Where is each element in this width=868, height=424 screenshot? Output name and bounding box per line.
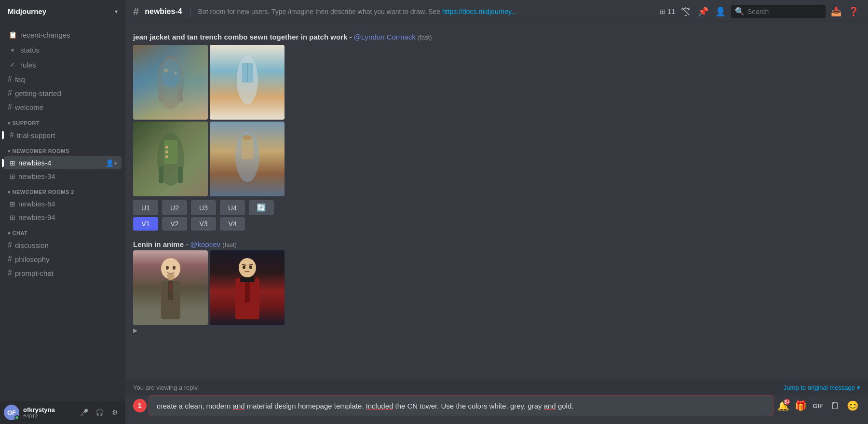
sidebar-item-newbies-94[interactable]: ⊞ newbies-94 (4, 211, 122, 224)
image-grid-lenin (133, 250, 285, 325)
variation-3-button[interactable]: V3 (191, 217, 216, 231)
hash-icon: # (8, 75, 12, 83)
topic-link[interactable]: https://docs.midjourney... (442, 8, 517, 15)
upscale-4-button[interactable]: U4 (220, 200, 245, 215)
emoji-button[interactable]: 😊 (845, 398, 860, 413)
image-jean-4[interactable] (210, 122, 285, 196)
sidebar-item-prompt-chat[interactable]: # prompt-chat (4, 266, 122, 280)
status-icon: ● (8, 45, 17, 55)
member-count-value: 11 (667, 8, 675, 15)
sidebar-item-getting-started[interactable]: # getting-started (4, 86, 122, 100)
variation-2-button[interactable]: V2 (162, 217, 187, 231)
sidebar-item-label: newbies-34 (18, 172, 55, 180)
action-buttons-row2: V1 V2 V3 V4 (133, 217, 860, 231)
user-area: OF ofkrystyna #4812 🎤 🎧 ⚙ (0, 401, 125, 424)
hash-icon: # (8, 103, 12, 111)
refresh-icon: 🔄 (257, 204, 266, 212)
reply-status-text: You are viewing a reply. (133, 384, 199, 391)
image-lenin-2[interactable] (210, 250, 285, 325)
chat-area: jean jacket and tan trench combo sewn to… (125, 23, 868, 380)
help-button[interactable]: ❓ (847, 5, 860, 18)
sidebar-item-label: newbies-4 (18, 159, 51, 167)
user-tag: #4812 (23, 413, 77, 419)
section-label-newcomer-rooms-2[interactable]: ▾ NEWCOMER ROOMS 2 (4, 189, 122, 197)
sidebar-item-rules[interactable]: ✓ rules (4, 57, 122, 72)
reply-number-badge: 1 (133, 399, 147, 412)
sidebar-item-label: recent-changes (20, 31, 70, 39)
image-jean-2[interactable] (210, 45, 285, 120)
notification-mute-button[interactable] (679, 5, 692, 18)
members-icon: ⊞ (660, 8, 665, 15)
hash-icon: # (8, 269, 12, 277)
server-header[interactable]: Midjourney ▾ (0, 0, 125, 23)
svg-point-20 (166, 266, 169, 270)
image-jean-1[interactable] (133, 45, 208, 120)
search-input[interactable] (747, 8, 822, 15)
section-label-support[interactable]: ▾ SUPPORT (4, 120, 122, 128)
image-lenin-1[interactable] (133, 250, 208, 325)
sidebar-item-philosophy[interactable]: # philosophy (4, 252, 122, 266)
message-input-box[interactable]: create a clean, modern and material desi… (149, 395, 773, 416)
message-content: jean jacket and tan trench combo sewn to… (133, 33, 860, 233)
svg-point-0 (157, 56, 184, 109)
svg-point-13 (165, 155, 168, 158)
chevron-icon: ▾ (8, 231, 11, 236)
forum-icon: ⊞ (10, 214, 15, 221)
member-count: ⊞ 11 (660, 8, 675, 15)
upscale-2-button[interactable]: U2 (162, 200, 187, 215)
settings-button[interactable]: ⚙ (108, 406, 122, 419)
sidebar-item-newbies-4[interactable]: ⊞ newbies-4 👤+ (4, 156, 122, 169)
svg-point-28 (249, 265, 252, 269)
hash-icon: # (8, 241, 12, 249)
svg-rect-5 (178, 87, 183, 102)
svg-rect-17 (242, 137, 253, 159)
image-jean-3[interactable] (133, 122, 208, 196)
variation-4-button[interactable]: V4 (220, 217, 245, 231)
input-text-content: create a clean, modern and material desi… (157, 402, 573, 410)
variation-1-button[interactable]: V1 (133, 217, 158, 231)
gif-button[interactable]: GIF (810, 398, 826, 413)
sidebar-item-trial-support[interactable]: # trial-support (4, 128, 122, 142)
section-label-chat[interactable]: ▾ CHAT (4, 230, 122, 238)
mention-kopcev[interactable]: @kopcev (190, 240, 220, 248)
svg-point-11 (165, 146, 168, 149)
mention-lyndon[interactable]: @Lyndon Cormack (354, 33, 416, 41)
avatar: OF (4, 405, 19, 420)
add-member-button[interactable]: 👤 (714, 5, 727, 18)
sidebar-item-faq[interactable]: # faq (4, 72, 122, 86)
sticker-button[interactable]: 🗒 (827, 398, 843, 413)
channel-name: newbies-4 (145, 7, 182, 16)
viewing-reply-bar: You are viewing a reply. Jump to origina… (125, 380, 868, 395)
gift-button[interactable]: 🎁 (793, 398, 808, 413)
refresh-button[interactable]: 🔄 (249, 200, 274, 215)
svg-point-21 (173, 266, 176, 270)
jump-to-original-button[interactable]: Jump to original message ▾ (784, 384, 860, 391)
deafen-button[interactable]: 🎧 (93, 406, 106, 419)
search-box[interactable]: 🔍 (731, 5, 826, 18)
upscale-1-button[interactable]: U1 (133, 200, 158, 215)
message-header: Lenin in anime - @kopcev (fast) (133, 240, 860, 248)
sidebar-item-newbies-64[interactable]: ⊞ newbies-64 (4, 197, 122, 210)
upscale-3-button[interactable]: U3 (191, 200, 216, 215)
add-user-icon[interactable]: 👤+ (106, 159, 118, 167)
pin-button[interactable]: 📌 (696, 5, 710, 18)
section-label-newcomer-rooms[interactable]: ▾ NEWCOMER ROOMS (4, 148, 122, 156)
image-grid-jean (133, 45, 285, 196)
notification-badge: 3+ (783, 398, 791, 406)
mute-button[interactable]: 🎤 (77, 406, 91, 419)
sidebar-item-newbies-34[interactable]: ⊞ newbies-34 (4, 170, 122, 183)
header-divider (190, 6, 190, 17)
forum-icon: ⊞ (10, 159, 15, 167)
message-separator: - (186, 240, 190, 248)
channel-hash-icon: # (133, 5, 139, 18)
svg-point-3 (174, 71, 177, 74)
sidebar-item-welcome[interactable]: # welcome (4, 100, 122, 114)
sidebar-item-status[interactable]: ● status (4, 42, 122, 57)
chevron-icon: ▾ (8, 190, 11, 195)
notification-button[interactable]: 🔔 3+ (775, 398, 791, 413)
sidebar-item-recent-changes[interactable]: 📋 recent-changes (4, 27, 122, 42)
sidebar-item-label: newbies-64 (18, 200, 55, 208)
sidebar-item-label: getting-started (15, 89, 61, 97)
sidebar-item-discussion[interactable]: # discussion (4, 238, 122, 252)
inbox-button[interactable]: 📥 (829, 5, 843, 18)
